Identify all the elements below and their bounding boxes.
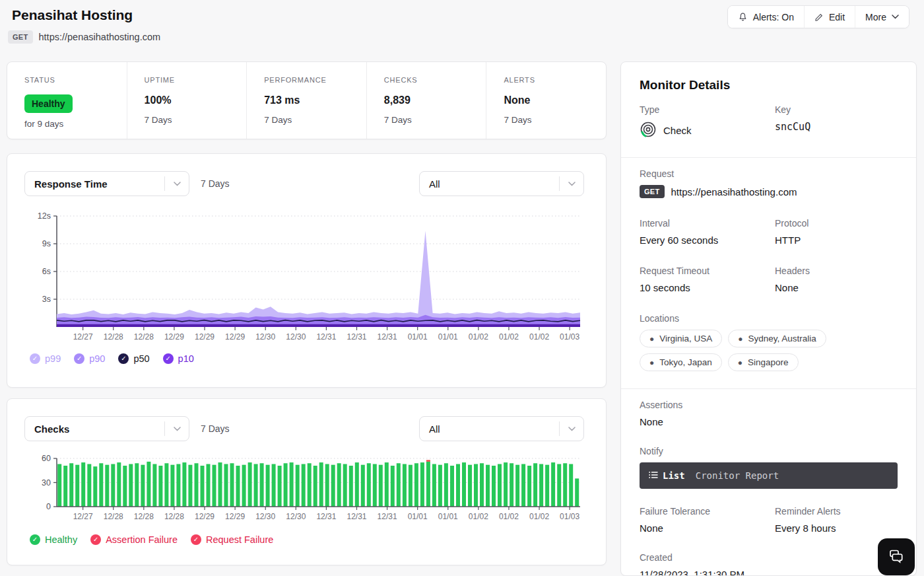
type-label: Type — [640, 104, 775, 115]
bell-icon — [738, 12, 748, 22]
svg-text:12/29: 12/29 — [164, 332, 184, 342]
checks-legend-item-healthy[interactable]: ✓Healthy — [30, 534, 77, 545]
chart-type-select-response[interactable]: Response Time — [24, 171, 189, 196]
svg-text:01/01: 01/01 — [438, 332, 458, 342]
reminder-alerts-value: Every 8 hours — [775, 522, 898, 534]
location-chip: ●Singapore — [728, 353, 799, 371]
chevron-down-icon — [165, 182, 189, 186]
legend-label: p90 — [89, 353, 105, 364]
method-badge: GET — [8, 30, 33, 44]
svg-text:01/02: 01/02 — [529, 512, 549, 521]
timeout-label: Request Timeout — [640, 266, 775, 276]
notify-list-type: List — [663, 470, 685, 481]
chevron-down-icon — [165, 427, 189, 431]
stat-uptime-sub: 7 Days — [145, 115, 247, 125]
chart-type-select-checks[interactable]: Checks — [24, 416, 189, 441]
pencil-icon — [814, 13, 824, 22]
section-divider — [621, 388, 916, 389]
monitor-details-title: Monitor Details — [640, 78, 898, 92]
response-legend-item-p90[interactable]: ✓p90 — [74, 353, 105, 364]
location-filter-select-checks[interactable]: All — [419, 416, 584, 441]
alerts-toggle-label: Alerts: On — [753, 12, 794, 22]
location-chip: ●Tokyo, Japan — [640, 353, 722, 371]
legend-check-icon: ✓ — [191, 534, 201, 545]
response-legend-item-p99[interactable]: ✓p99 — [30, 353, 61, 364]
svg-text:12/30: 12/30 — [255, 512, 275, 521]
svg-text:12/29: 12/29 — [195, 332, 214, 342]
created-label: Created — [640, 552, 898, 563]
svg-text:6s: 6s — [42, 267, 51, 276]
stat-performance-value: 713 ms — [264, 94, 366, 106]
failure-tolerance-value: None — [640, 522, 775, 534]
stat-performance-sub: 7 Days — [264, 115, 366, 125]
checks-legend-item-request-failure[interactable]: ✓Request Failure — [191, 534, 273, 545]
svg-text:12/29: 12/29 — [225, 512, 245, 521]
legend-label: p99 — [45, 353, 61, 364]
svg-text:12/27: 12/27 — [73, 512, 93, 521]
stats-summary-card: STATUS Healthy for 9 days UPTIME 100% 7 … — [7, 61, 607, 139]
notify-list-item[interactable]: List Cronitor Report — [640, 462, 898, 489]
headers-label: Headers — [775, 266, 898, 276]
headers-value: None — [775, 282, 898, 293]
svg-text:12s: 12s — [38, 211, 51, 221]
legend-check-icon: ✓ — [30, 534, 40, 545]
stat-status-label: STATUS — [24, 76, 127, 84]
response-legend-item-p50[interactable]: ✓p50 — [118, 353, 149, 364]
svg-text:01/01: 01/01 — [408, 512, 428, 521]
svg-text:12/30: 12/30 — [286, 512, 306, 521]
stat-alerts-value: None — [504, 94, 606, 106]
check-target-icon — [640, 121, 657, 140]
svg-text:12/31: 12/31 — [316, 332, 336, 342]
failure-tolerance-label: Failure Tolerance — [640, 506, 775, 517]
chart-type-select-response-label: Response Time — [25, 178, 164, 190]
stat-status: STATUS Healthy for 9 days — [7, 62, 127, 139]
legend-check-icon: ✓ — [90, 534, 101, 545]
svg-text:12/29: 12/29 — [225, 332, 245, 342]
svg-text:12/30: 12/30 — [255, 332, 275, 342]
location-filter-response-label: All — [420, 178, 559, 190]
stat-uptime: UPTIME 100% 7 Days — [127, 62, 247, 139]
legend-label: p50 — [133, 353, 149, 364]
bullet-icon: ● — [738, 358, 742, 367]
notify-label: Notify — [640, 446, 898, 456]
protocol-label: Protocol — [775, 218, 898, 229]
more-button-label: More — [865, 12, 886, 22]
location-chip: ●Sydney, Australia — [728, 330, 826, 347]
assertions-value: None — [640, 416, 898, 427]
svg-text:01/02: 01/02 — [529, 332, 549, 342]
response-legend-item-p10[interactable]: ✓p10 — [163, 353, 194, 364]
svg-text:12/28: 12/28 — [164, 512, 184, 521]
location-filter-select-response[interactable]: All — [419, 171, 584, 196]
location-chip: ●Virginia, USA — [640, 330, 722, 347]
legend-check-icon: ✓ — [74, 353, 84, 364]
chart-type-select-checks-label: Checks — [25, 423, 164, 435]
svg-text:12/31: 12/31 — [346, 332, 366, 342]
bullet-icon: ● — [738, 334, 742, 343]
status-badge: Healthy — [24, 94, 73, 113]
edit-button[interactable]: Edit — [804, 6, 855, 28]
svg-text:01/02: 01/02 — [469, 332, 488, 342]
alerts-toggle-button[interactable]: Alerts: On — [728, 6, 804, 28]
svg-text:01/01: 01/01 — [438, 512, 458, 521]
svg-text:12/28: 12/28 — [134, 512, 154, 521]
list-icon — [649, 470, 658, 481]
stat-performance: PERFORMANCE 713 ms 7 Days — [246, 62, 366, 139]
stat-alerts-sub: 7 Days — [504, 115, 606, 125]
more-button[interactable]: More — [855, 6, 909, 28]
svg-text:01/02: 01/02 — [499, 512, 519, 521]
svg-text:12/28: 12/28 — [104, 332, 123, 342]
checks-legend: ✓Healthy✓Assertion Failure✓Request Failu… — [30, 534, 273, 545]
stat-checks: CHECKS 8,839 7 Days — [366, 62, 486, 139]
svg-text:60: 60 — [42, 454, 51, 463]
stat-performance-label: PERFORMANCE — [264, 76, 366, 84]
assertions-label: Assertions — [640, 400, 898, 410]
chat-widget-button[interactable] — [878, 538, 915, 575]
response-time-chart: 12s9s6s3s12/2712/2812/2812/2912/2912/291… — [20, 211, 592, 343]
stat-alerts: ALERTS None 7 Days — [486, 62, 606, 139]
stat-checks-label: CHECKS — [384, 76, 486, 84]
svg-text:30: 30 — [42, 478, 51, 487]
protocol-value: HTTP — [775, 234, 898, 246]
notify-list-name: Cronitor Report — [696, 470, 779, 481]
response-time-card: Response Time 7 Days All 12s9s6s3s12/271… — [7, 153, 607, 388]
checks-legend-item-assertion-failure[interactable]: ✓Assertion Failure — [90, 534, 178, 545]
